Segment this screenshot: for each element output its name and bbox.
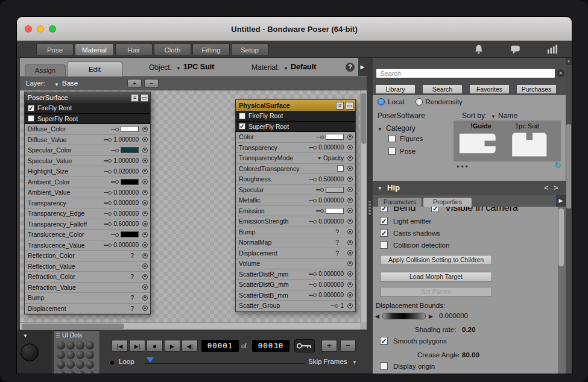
room-tab-hair[interactable]: Hair [115,43,153,56]
properties-scrollbar[interactable] [558,207,564,374]
param-row-transparencymode[interactable]: TransparencyModeOpacity [236,153,355,164]
node-socket-icon[interactable] [347,134,353,140]
remove-layer-button[interactable]: − [144,79,159,88]
node-collapse-icon[interactable] [346,102,353,110]
param-row-reflection_value[interactable]: Reflection_Value [25,261,150,272]
param-value[interactable]: 0.000000 [318,144,344,151]
node-socket-icon[interactable] [142,263,148,269]
param-row-specular[interactable]: Specular [236,185,355,196]
node-header[interactable]: PoserSurface [25,92,150,103]
param-row-transparency[interactable]: Transparency0.000000 [236,143,355,154]
param-row-volume[interactable]: Volume [236,258,355,269]
thumbnail-label-suit[interactable]: 1pc Suit [515,122,539,130]
sort-value[interactable]: Name [498,111,517,120]
timeline-playhead[interactable] [147,357,154,363]
chat-bubble-icon[interactable] [510,44,521,55]
ui-dot[interactable] [76,360,84,369]
total-frames-field[interactable]: 00030 [252,340,289,352]
filter-checkbox[interactable] [388,148,396,155]
layer-value[interactable]: Base [62,80,78,87]
material-value[interactable]: Default [291,63,316,71]
param-row-coloredtransparency[interactable]: ColoredTransparency [236,164,355,175]
node-socket-icon[interactable] [142,211,148,216]
node-socket-icon[interactable] [142,137,148,142]
param-value[interactable]: 0.000000 [318,271,344,277]
library-tab-favorites[interactable]: Favorites [469,84,510,94]
scrollbar-thumb[interactable] [558,208,564,266]
param-row-scatter_group[interactable]: Scatter_Group1 [236,301,355,312]
ui-dot[interactable] [57,351,65,359]
actor-name[interactable]: Hip [387,183,400,192]
add-keyframe-button[interactable]: + [321,340,337,352]
previous-actor-button[interactable]: < [544,183,549,192]
node-socket-icon[interactable] [347,261,353,266]
object-value[interactable]: 1PC Suit [183,63,214,71]
displacement-bounds-value[interactable]: 0.000000 [439,312,468,319]
stop-button[interactable]: ■ [147,340,163,352]
tab-properties[interactable]: Properties [423,197,472,207]
param-row-transparency_edge[interactable]: Transparency_Edge0.000000 [25,208,150,219]
ui-dot[interactable] [57,360,65,369]
node-socket-icon[interactable] [142,295,148,301]
node-socket-icon[interactable] [142,179,148,184]
trackball-knob[interactable] [21,343,39,362]
node-socket-icon[interactable] [142,169,148,174]
next-actor-button[interactable]: > [554,183,558,192]
param-row-emission[interactable]: Emission [236,206,355,217]
go-to-start-button[interactable]: |◀ [112,340,128,352]
stats-bars-icon[interactable] [546,44,558,55]
room-tab-fitting[interactable]: Fitting [192,43,230,56]
param-value[interactable]: 1.000000 [113,136,139,143]
root-checkbox[interactable] [239,123,245,130]
node-socket-icon[interactable] [347,240,353,245]
library-tab-library[interactable]: Library [375,84,416,94]
node-socket-icon[interactable] [142,127,148,132]
keyframe-key-button[interactable] [294,339,315,352]
divider-grip-icon[interactable] [368,201,371,216]
go-to-end-button[interactable]: ▶| [129,340,145,352]
casts-shadows-option[interactable]: Casts shadows [380,229,440,237]
checkbox[interactable] [380,229,388,237]
param-row-reflection_color[interactable]: Reflection_Color? [25,251,150,261]
checkbox[interactable] [380,241,388,249]
param-row-transparency[interactable]: Transparency0.000000 [25,198,150,209]
radio-icon[interactable] [416,98,423,105]
color-swatch[interactable] [121,179,139,185]
root-checkbox[interactable] [28,105,34,111]
tab-assign[interactable]: Assign [25,64,66,77]
node-socket-icon[interactable] [142,200,148,205]
tab-edit[interactable]: Edit [67,61,122,77]
node-collapse-icon[interactable] [141,94,148,102]
dock-collapse-caret-icon[interactable] [23,333,28,339]
node-socket-icon[interactable] [142,158,148,163]
param-row-color[interactable]: Color [236,132,355,143]
node-socket-icon[interactable] [347,229,353,234]
thumbnail-guide-shape[interactable] [457,131,504,158]
library-tab-purchases[interactable]: Purchases [516,84,557,94]
node-socket-icon[interactable] [347,155,353,161]
node-socket-icon[interactable] [142,232,148,237]
more-results-button[interactable]: ••• [373,163,554,171]
actor-caret-down-icon[interactable] [378,186,382,191]
param-value[interactable]: 0.600000 [113,221,139,227]
physicalsurface-node[interactable]: PhysicalSurfaceFireFly RootSuperFly Root… [235,99,356,312]
ui-dot[interactable] [66,351,75,359]
clear-search-icon[interactable] [557,69,564,77]
root-checkbox[interactable] [239,113,245,119]
shading-rate-value[interactable]: 0.20 [462,326,475,333]
light-emitter-option[interactable]: Light emitter [380,217,431,225]
add-layer-button[interactable]: + [127,79,142,88]
ui-dot[interactable] [66,360,75,369]
play-button[interactable]: ▶ [164,340,180,352]
node-socket-icon[interactable] [347,219,353,224]
panel-divider[interactable] [367,58,373,374]
remove-keyframe-button[interactable]: − [340,340,356,352]
root-row[interactable]: SuperFly Root [236,122,355,133]
param-row-translucence_color[interactable]: Translucence_Color [25,230,150,240]
param-row-bump[interactable]: Bump? [236,227,355,238]
node-socket-icon[interactable] [347,208,353,213]
color-swatch[interactable] [326,134,344,140]
param-row-diffuse_value[interactable]: Diffuse_Value1.000000 [25,135,150,146]
source-option-renderosity[interactable]: Renderosity [416,98,463,105]
color-swatch[interactable] [121,126,139,132]
